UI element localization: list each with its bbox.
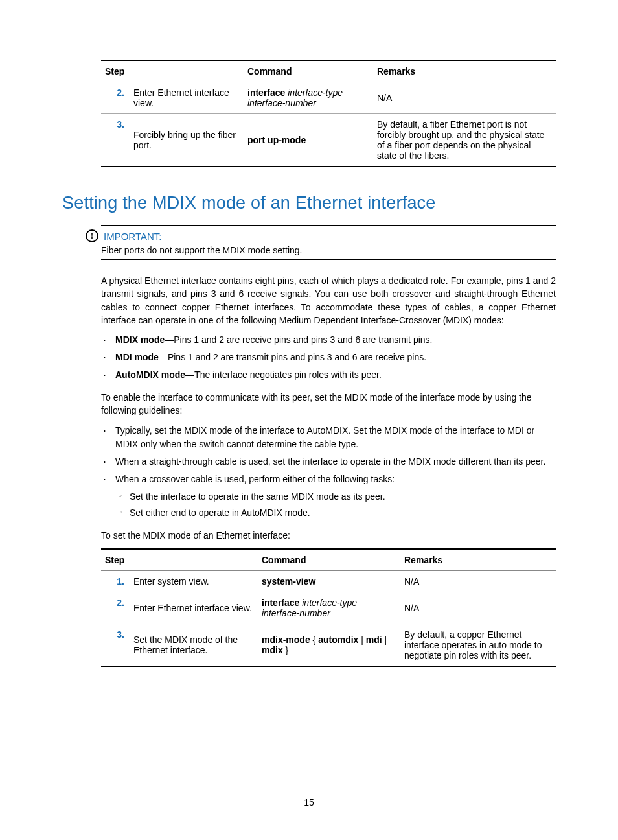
list-item: AutoMDIX mode—The interface negotiates p… <box>115 368 556 382</box>
paragraph: A physical Ethernet interface contains e… <box>101 274 556 327</box>
section-heading: Setting the MDIX mode of an Ethernet int… <box>62 193 556 213</box>
important-label: IMPORTANT: <box>104 231 161 242</box>
table-row: 3. Forcibly bring up the fiber port. por… <box>101 114 556 167</box>
table-row: 1. Enter system view. system-view N/A <box>101 571 556 592</box>
step-text: Set the MDIX mode of the Ethernet interf… <box>130 624 258 667</box>
command-cell: system-view <box>262 576 315 587</box>
important-text: Fiber ports do not support the MDIX mode… <box>101 245 556 255</box>
content-block: Step Command Remarks 2. Enter Ethernet i… <box>101 60 556 667</box>
step-number: 1. <box>117 576 124 587</box>
col-command: Command <box>262 555 306 565</box>
list-item: When a crossover cable is used, perform … <box>115 472 556 520</box>
list-item: Typically, set the MDIX mode of the inte… <box>115 424 556 451</box>
remarks-cell: N/A <box>400 592 556 624</box>
sub-list: Set the interface to operate in the same… <box>115 490 556 520</box>
modes-list: MDIX mode—Pins 1 and 2 are receive pins … <box>101 333 556 382</box>
paragraph: To set the MDIX mode of an Ethernet inte… <box>101 529 556 542</box>
paragraph: To enable the interface to communicate w… <box>101 391 556 417</box>
table-row: 3. Set the MDIX mode of the Ethernet int… <box>101 624 556 667</box>
important-callout: ! IMPORTANT: Fiber ports do not support … <box>101 225 556 260</box>
step-number: 3. <box>117 629 124 640</box>
step-text: Enter system view. <box>130 571 258 592</box>
remarks-cell: By default, a copper Ethernet interface … <box>400 624 556 667</box>
command-cell: interface interface-type interface-numbe… <box>258 592 400 624</box>
document-page: Step Command Remarks 2. Enter Ethernet i… <box>0 0 618 840</box>
important-icon: ! <box>86 229 98 242</box>
table-header-row: Step Command Remarks <box>101 60 556 82</box>
table-row: 2. Enter Ethernet interface view. interf… <box>101 592 556 624</box>
table-row: 2. Enter Ethernet interface view. interf… <box>101 82 556 114</box>
remarks-cell: By default, a fiber Ethernet port is not… <box>373 114 556 167</box>
list-item: When a straight-through cable is used, s… <box>115 455 556 469</box>
step-number: 2. <box>117 88 124 98</box>
step-number: 3. <box>117 119 124 130</box>
col-step: Step <box>105 66 124 76</box>
step-text: Enter Ethernet interface view. <box>130 592 258 624</box>
list-item: Set either end to operate in AutoMDIX mo… <box>130 506 556 520</box>
step-text: Forcibly bring up the fiber port. <box>130 114 244 167</box>
remarks-cell: N/A <box>400 571 556 592</box>
page-number: 15 <box>0 797 618 808</box>
command-cell: mdix-mode { automdix | mdi | mdix } <box>258 624 400 667</box>
col-remarks: Remarks <box>404 555 442 565</box>
command-cell: interface interface-type interface-numbe… <box>244 82 373 114</box>
list-item: Set the interface to operate in the same… <box>130 490 556 504</box>
step-text: Enter Ethernet interface view. <box>130 82 244 114</box>
command-cell: port up-mode <box>244 114 373 167</box>
col-command: Command <box>247 66 292 76</box>
step-number: 2. <box>117 598 124 608</box>
procedure-table-2: Step Command Remarks 1. Enter system vie… <box>101 548 556 667</box>
col-remarks: Remarks <box>377 66 415 76</box>
list-item: MDIX mode—Pins 1 and 2 are receive pins … <box>115 333 556 347</box>
remarks-cell: N/A <box>373 82 556 114</box>
procedure-table-1: Step Command Remarks 2. Enter Ethernet i… <box>101 60 556 167</box>
col-step: Step <box>105 555 124 565</box>
table-header-row: Step Command Remarks <box>101 549 556 571</box>
list-item: MDI mode—Pins 1 and 2 are transmit pins … <box>115 351 556 364</box>
guidelines-list: Typically, set the MDIX mode of the inte… <box>101 424 556 520</box>
